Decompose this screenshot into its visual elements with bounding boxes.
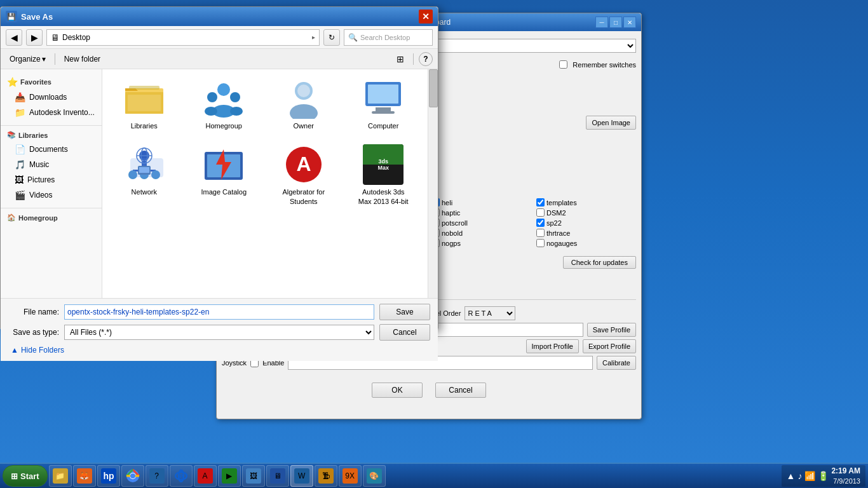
- imgcat-label-file: Image Catalog: [201, 187, 247, 196]
- tray-sound-icon[interactable]: ♪: [797, 471, 802, 481]
- owner-label-file: Owner: [294, 121, 314, 130]
- organize-arrow: ▾: [42, 55, 46, 64]
- taskbar-word[interactable]: W: [290, 465, 313, 487]
- file-item-homegroup[interactable]: Homegroup: [187, 74, 261, 134]
- svg-point-6: [207, 92, 217, 102]
- nav-autodesk[interactable]: 📁 Autodesk Invento...: [1, 105, 102, 120]
- clock[interactable]: 2:19 AM 7/9/2013: [831, 466, 860, 485]
- cb-thrtrace: thrtrace: [536, 229, 636, 237]
- favorites-header: ⭐ Favorites: [1, 74, 102, 90]
- templates-checkbox[interactable]: [536, 198, 545, 207]
- system-tray: ▲ ♪ 📶 🔋 2:19 AM 7/9/2013: [782, 465, 865, 487]
- filename-input[interactable]: [64, 304, 374, 320]
- tray-expand-icon[interactable]: ▲: [787, 471, 796, 481]
- taskbar-archive[interactable]: 🗜: [315, 465, 337, 487]
- cb-nogauges: nogauges: [536, 239, 636, 247]
- location-bar[interactable]: 🖥 Desktop ▸: [46, 29, 320, 46]
- remember-switches-checkbox[interactable]: [559, 60, 567, 69]
- nav-downloads[interactable]: 📥 Downloads: [1, 90, 102, 105]
- taskbar-file-explorer[interactable]: 📁: [49, 465, 72, 487]
- search-icon: 🔍: [348, 33, 358, 42]
- file-item-network[interactable]: Network: [107, 140, 181, 210]
- file-item-libraries[interactable]: Libraries: [107, 74, 181, 134]
- homegroup-file-icon: [203, 78, 244, 119]
- tray-battery-icon[interactable]: 🔋: [818, 471, 829, 481]
- refresh-btn[interactable]: ↻: [323, 29, 340, 46]
- save-profile-btn[interactable]: Save Profile: [587, 323, 636, 337]
- minimize-btn[interactable]: ─: [595, 17, 608, 28]
- cancel-main-btn[interactable]: Cancel: [435, 383, 486, 398]
- scrollbar-thumb[interactable]: [429, 69, 438, 107]
- import-profile-btn[interactable]: Import Profile: [526, 339, 579, 353]
- taskbar-photos[interactable]: 🖼: [242, 465, 265, 487]
- search-box[interactable]: 🔍 Search Desktop: [344, 29, 433, 46]
- sp22-checkbox[interactable]: [536, 219, 545, 227]
- file-item-imgcat[interactable]: Image Catalog: [187, 140, 261, 210]
- view-btn[interactable]: ⊞: [393, 52, 408, 66]
- taskbar-hp[interactable]: hp: [97, 465, 120, 487]
- bg-app-window-controls: ─ □ ✕: [595, 17, 636, 28]
- hide-folders-btn[interactable]: ▲ Hide Folders: [8, 344, 67, 356]
- nogauges-checkbox[interactable]: [536, 239, 545, 247]
- new-folder-label: New folder: [64, 55, 100, 64]
- taskbar-companion[interactable]: 9X: [339, 465, 362, 487]
- favorites-section: ⭐ Favorites 📥 Downloads 📁 Autodesk Inven…: [1, 74, 102, 120]
- videos-icon: 🎬: [15, 190, 25, 200]
- file-explorer-icon: 📁: [53, 468, 68, 484]
- cancel-btn[interactable]: Cancel: [379, 324, 430, 341]
- taskbar-remote[interactable]: 🖥: [266, 465, 289, 487]
- filetype-select[interactable]: All Files (*.*): [64, 325, 374, 340]
- close-bg-btn[interactable]: ✕: [623, 17, 636, 28]
- cb-haptic: haptic: [431, 208, 531, 217]
- templates-label: templates: [546, 199, 577, 207]
- taskbar-ie[interactable]: e: [170, 465, 193, 487]
- help-btn[interactable]: ?: [419, 52, 433, 66]
- file-item-algebrator[interactable]: A Algebrator for Students: [267, 140, 341, 210]
- clock-date: 7/9/2013: [831, 477, 860, 485]
- computer-file-icon: [363, 78, 403, 119]
- tray-network-icon[interactable]: 📶: [804, 471, 815, 481]
- taskbar-paint[interactable]: 🎨: [363, 465, 386, 487]
- back-btn[interactable]: ◀: [6, 29, 22, 46]
- file-item-owner[interactable]: Owner: [267, 74, 341, 134]
- potscroll-label: potscroll: [442, 219, 468, 227]
- new-folder-btn[interactable]: New folder: [60, 53, 104, 65]
- nav-downloads-label: Downloads: [29, 93, 67, 102]
- archive-icon: 🗜: [318, 468, 334, 484]
- nav-pictures[interactable]: 🖼 Pictures: [1, 172, 102, 187]
- file-item-3dsmax[interactable]: 3dsMax Autodesk 3ds Max 2013 64-bit: [347, 140, 421, 210]
- forward-btn[interactable]: ▶: [26, 29, 43, 46]
- dialog-close-btn[interactable]: ✕: [419, 10, 433, 24]
- file-grid-container: Libraries Homegroup: [102, 69, 438, 298]
- file-item-computer[interactable]: Computer: [347, 74, 421, 134]
- start-button[interactable]: ⊞ Start: [3, 465, 48, 487]
- maximize-btn[interactable]: □: [609, 17, 622, 28]
- cb-heli: heli: [431, 198, 531, 207]
- taskbar: ⊞ Start 📁 🦊 hp ?: [0, 463, 868, 488]
- check-updates-btn[interactable]: Check for updates: [563, 256, 636, 269]
- taskbar-firefox[interactable]: 🦊: [73, 465, 96, 487]
- taskbar-acrobat[interactable]: A: [194, 465, 217, 487]
- svg-text:hp: hp: [103, 471, 114, 481]
- taskbar-media[interactable]: ▶: [218, 465, 241, 487]
- photos-icon: 🖼: [246, 468, 261, 484]
- dsm2-checkbox[interactable]: [536, 208, 545, 217]
- secondary-toolbar: Organize ▾ New folder ⊞ ?: [1, 49, 438, 69]
- calibrate-btn[interactable]: Calibrate: [597, 356, 636, 370]
- nav-videos[interactable]: 🎬 Videos: [1, 187, 102, 203]
- channel-order-select[interactable]: R E T A: [465, 306, 515, 320]
- location-text: Desktop: [62, 33, 309, 42]
- thrtrace-checkbox[interactable]: [536, 229, 545, 237]
- 3dsmax-icon-text: 3dsMax: [377, 158, 389, 172]
- taskbar-help[interactable]: ?: [146, 465, 168, 487]
- nav-documents[interactable]: 📄 Documents: [1, 142, 102, 157]
- ok-btn[interactable]: OK: [372, 383, 423, 398]
- save-btn[interactable]: Save: [379, 304, 430, 320]
- export-profile-btn[interactable]: Export Profile: [583, 339, 636, 353]
- open-image-btn[interactable]: Open Image: [586, 116, 636, 130]
- chrome-icon: [125, 468, 140, 484]
- taskbar-chrome[interactable]: [121, 465, 144, 487]
- nav-music[interactable]: 🎵 Music: [1, 157, 102, 172]
- scrollbar-track[interactable]: [428, 69, 438, 298]
- organize-btn[interactable]: Organize ▾: [6, 53, 50, 65]
